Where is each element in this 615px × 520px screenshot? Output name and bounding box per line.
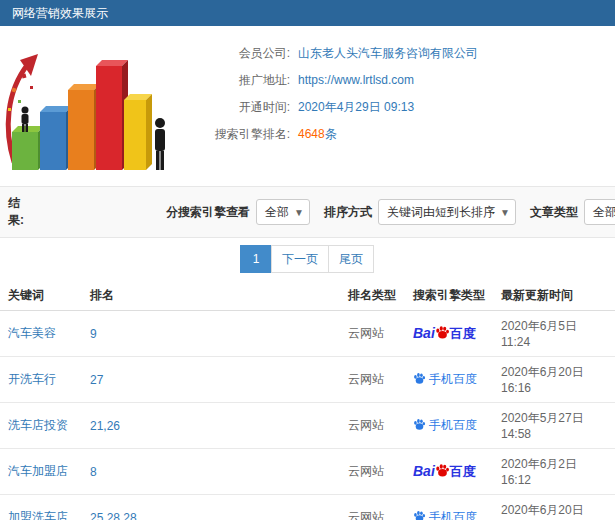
- time-cell: 2020年6月20日 16:11: [493, 495, 615, 520]
- growth-chart-image: [0, 30, 175, 182]
- company-link[interactable]: 山东老人头汽车服务咨询有限公司: [298, 44, 478, 62]
- time-cell: 2020年5月27日 14:58: [493, 403, 615, 449]
- filter-bar: 结果: 分搜索引擎查看 全部 ▼ 排序方式 关键词由短到长排序 ▼ 文章类型 全…: [0, 186, 615, 238]
- engine-cell: 手机百度: [405, 403, 493, 449]
- baidu-paw-icon: [435, 463, 450, 478]
- engine-select-value: 全部: [265, 205, 289, 219]
- rank-link[interactable]: 27: [90, 373, 103, 387]
- ranking-count-unit: 条: [325, 127, 337, 141]
- ranking-count-label: 搜索引擎排名:: [175, 125, 290, 143]
- engine-cell: Bai百度: [405, 449, 493, 495]
- rank-cell: 27: [82, 357, 340, 403]
- filter-controls: 分搜索引擎查看 全部 ▼ 排序方式 关键词由短到长排序 ▼ 文章类型 全部 ▼ …: [152, 198, 615, 226]
- url-label: 推广地址:: [175, 71, 290, 89]
- type-filter-label: 文章类型: [530, 204, 578, 221]
- rank-link[interactable]: 25,28,28: [90, 511, 137, 520]
- baidu-paw-icon: [413, 510, 426, 520]
- page-title: 网络营销效果展示: [12, 6, 108, 20]
- results-label: 结果:: [8, 195, 24, 229]
- engine-filter-label: 分搜索引擎查看: [166, 204, 250, 221]
- baidu-paw-icon: [435, 325, 450, 340]
- person-standing: [155, 118, 165, 170]
- company-label: 会员公司:: [175, 44, 290, 62]
- engine-select[interactable]: 全部 ▼: [256, 199, 310, 225]
- app-header: 网络营销效果展示: [0, 0, 615, 26]
- table-row: 加盟洗车店25,28,28云网站手机百度2020年6月20日 16:11: [0, 495, 615, 520]
- keyword-link[interactable]: 洗车店投资: [8, 418, 68, 432]
- opened-label: 开通时间:: [175, 98, 290, 116]
- next-page-button[interactable]: 下一页: [271, 245, 329, 273]
- table-row: 洗车店投资21,26云网站手机百度2020年5月27日 14:58: [0, 403, 615, 449]
- col-updated: 最新更新时间: [493, 281, 615, 311]
- opened-time: 2020年4月29日 09:13: [298, 98, 414, 116]
- rank-type-cell: 云网站: [340, 403, 405, 449]
- baidu-logo: Bai百度: [413, 327, 476, 341]
- bar-red: [96, 60, 128, 170]
- type-select[interactable]: 全部 ▼: [584, 199, 615, 225]
- ranking-count-value: 4648条: [298, 125, 337, 143]
- rank-cell: 25,28,28: [82, 495, 340, 520]
- engine-cell: 手机百度: [405, 357, 493, 403]
- mobile-baidu-logo: 手机百度: [413, 418, 477, 432]
- rank-cell: 8: [82, 449, 340, 495]
- engine-cell: Bai百度: [405, 311, 493, 357]
- results-table-body: 汽车美容9云网站Bai百度2020年6月5日 11:24开洗车行27云网站手机百…: [0, 311, 615, 520]
- time-cell: 2020年6月5日 11:24: [493, 311, 615, 357]
- info-row-company: 会员公司: 山东老人头汽车服务咨询有限公司: [175, 44, 615, 62]
- pagination: 1 下一页 尾页: [0, 238, 615, 281]
- ranking-count-number: 4648: [298, 127, 325, 141]
- col-engine-type: 搜索引擎类型: [405, 281, 493, 311]
- col-rank: 排名: [82, 281, 340, 311]
- sort-filter-label: 排序方式: [324, 204, 372, 221]
- account-info: 会员公司: 山东老人头汽车服务咨询有限公司 推广地址: https://www.…: [175, 30, 615, 186]
- rank-type-cell: 云网站: [340, 495, 405, 520]
- info-row-opened: 开通时间: 2020年4月29日 09:13: [175, 98, 615, 116]
- table-row: 开洗车行27云网站手机百度2020年6月20日 16:16: [0, 357, 615, 403]
- keyword-link[interactable]: 加盟洗车店: [8, 510, 68, 520]
- chevron-down-icon: ▼: [294, 200, 304, 226]
- summary-section: 会员公司: 山东老人头汽车服务咨询有限公司 推广地址: https://www.…: [0, 26, 615, 186]
- chevron-down-icon: ▼: [500, 200, 510, 226]
- last-page-button[interactable]: 尾页: [328, 245, 374, 273]
- sort-select[interactable]: 关键词由短到长排序 ▼: [378, 199, 516, 225]
- baidu-paw-icon: [413, 372, 426, 385]
- results-table: 关键词 排名 排名类型 搜索引擎类型 最新更新时间 汽车美容9云网站Bai百度2…: [0, 281, 615, 520]
- table-header-row: 关键词 排名 排名类型 搜索引擎类型 最新更新时间: [0, 281, 615, 311]
- sort-select-value: 关键词由短到长排序: [387, 205, 495, 219]
- table-row: 汽车美容9云网站Bai百度2020年6月5日 11:24: [0, 311, 615, 357]
- time-cell: 2020年6月2日 16:12: [493, 449, 615, 495]
- rank-type-cell: 云网站: [340, 449, 405, 495]
- rank-link[interactable]: 21,26: [90, 419, 120, 433]
- bar-chart-illustration: [0, 30, 175, 182]
- baidu-paw-icon: [413, 418, 426, 431]
- rank-cell: 21,26: [82, 403, 340, 449]
- keyword-link[interactable]: 开洗车行: [8, 372, 56, 386]
- keyword-link[interactable]: 汽车美容: [8, 326, 56, 340]
- keyword-cell: 洗车店投资: [0, 403, 82, 449]
- promotion-url-link[interactable]: https://www.lrtlsd.com: [298, 71, 414, 89]
- engine-cell: 手机百度: [405, 495, 493, 520]
- rank-cell: 9: [82, 311, 340, 357]
- rank-link[interactable]: 8: [90, 465, 97, 479]
- bar-orange: [68, 84, 100, 170]
- page-1[interactable]: 1: [240, 245, 272, 273]
- keyword-link[interactable]: 汽车加盟店: [8, 464, 68, 478]
- rank-link[interactable]: 9: [90, 327, 97, 341]
- rank-type-cell: 云网站: [340, 311, 405, 357]
- col-keyword: 关键词: [0, 281, 82, 311]
- info-row-url: 推广地址: https://www.lrtlsd.com: [175, 71, 615, 89]
- keyword-cell: 汽车美容: [0, 311, 82, 357]
- keyword-cell: 加盟洗车店: [0, 495, 82, 520]
- col-rank-type: 排名类型: [340, 281, 405, 311]
- keyword-cell: 汽车加盟店: [0, 449, 82, 495]
- keyword-cell: 开洗车行: [0, 357, 82, 403]
- mobile-baidu-logo: 手机百度: [413, 510, 477, 520]
- bar-yellow: [124, 94, 152, 170]
- baidu-logo: Bai百度: [413, 465, 476, 479]
- bar-blue: [40, 106, 72, 170]
- rank-type-cell: 云网站: [340, 357, 405, 403]
- mobile-baidu-logo: 手机百度: [413, 372, 477, 386]
- info-row-ranking-count: 搜索引擎排名: 4648条: [175, 125, 615, 143]
- type-select-value: 全部: [593, 205, 615, 219]
- bar-green: [12, 126, 44, 170]
